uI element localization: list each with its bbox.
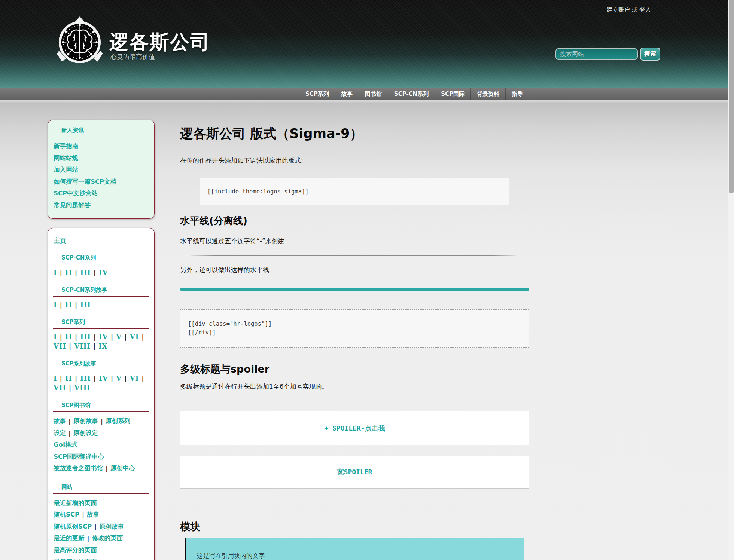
sidebar-series-link[interactable]: VII [54, 384, 66, 392]
sidebar-row: 新手指南 [54, 140, 150, 152]
sidebar-series-link[interactable]: V [116, 333, 122, 341]
sidebar: 新人资讯 新手指南网站站规加入网站如何撰写一篇SCP文档SCP中文沙盒站常见问题… [48, 101, 155, 560]
sidebar-link[interactable]: 加入网站 [54, 166, 78, 173]
wide-spoiler-collapsible[interactable]: 宽SPOILER [180, 456, 529, 489]
sidebar-series-link[interactable]: VIII [74, 384, 90, 392]
sidebar-link[interactable]: SCP中文沙盒站 [54, 190, 98, 197]
sidebar-series-link[interactable]: II [65, 269, 72, 276]
sidebar-series-link[interactable]: II [65, 374, 72, 382]
sidebar-series-link[interactable]: II [65, 301, 72, 309]
sidebar-link[interactable]: 最低评分的页面 [54, 558, 97, 560]
sidebar-link[interactable]: 原创设定 [73, 429, 98, 437]
separator: | [72, 374, 80, 382]
login-link[interactable]: 登入 [639, 6, 651, 13]
sidebar-row: 最近的更新|修改的页面 [54, 532, 150, 544]
hr-paragraph-2: 另外，还可以做出这样的水平线 [180, 265, 529, 274]
sidebar-section-header: 新人资讯 [53, 127, 149, 137]
sidebar-section-header: SCP系列 [53, 319, 149, 329]
spoiler-label: 宽SPOILER [337, 468, 372, 477]
nav-item-1[interactable]: SCP系列 [299, 88, 335, 100]
site-logo[interactable] [55, 16, 105, 67]
sidebar-row: 设定|原创设定 [54, 427, 150, 439]
sidebar-link[interactable]: 最近的更新 [54, 535, 85, 542]
sidebar-link[interactable]: 原创系列 [106, 417, 130, 425]
sidebar-series-link[interactable]: VI [130, 333, 139, 341]
sidebar-series-link[interactable]: III [80, 374, 91, 382]
separator: | [72, 301, 80, 309]
sidebar-link[interactable]: 最高评分的页面 [54, 547, 97, 554]
sidebar-link[interactable]: SCP国际翻译中心 [54, 453, 104, 460]
scrollbar[interactable] [728, 0, 734, 560]
sidebar-section-list: I|II|III|IV|V|VI|VII|VIII|IX [52, 332, 150, 351]
nav-item-6[interactable]: 背景资料 [470, 88, 505, 100]
sidebar-link[interactable]: 原创故事 [99, 523, 124, 530]
sidebar-series-link[interactable]: II [65, 333, 72, 341]
sidebar-link[interactable]: 随机SCP [54, 511, 79, 518]
sidebar-row: 如何撰写一篇SCP文档 [54, 176, 150, 188]
sidebar-link[interactable]: 设定 [54, 429, 66, 437]
sidebar-series-link[interactable]: III [80, 333, 91, 341]
sidebar-series-link[interactable]: VIII [74, 342, 90, 350]
separator: | [72, 333, 80, 341]
sidebar-series-link[interactable]: VII [54, 342, 66, 350]
sidebar-newcomer-box: 新人资讯 新手指南网站站规加入网站如何撰写一篇SCP文档SCP中文沙盒站常见问题… [48, 120, 155, 219]
module-blockquote: 这是写在引用块内的文字 [185, 538, 524, 560]
sidebar-roman-row: I|II|III|IV|V|VI| [54, 332, 150, 342]
sidebar-roman-row: I|II|III [54, 300, 150, 309]
sidebar-link[interactable]: 修改的页面 [92, 535, 123, 542]
sidebar-series-link[interactable]: IV [99, 269, 108, 276]
search-button[interactable]: 搜索 [640, 48, 660, 61]
sidebar-link[interactable]: 随机原创SCP [54, 523, 92, 530]
sidebar-link[interactable]: GoI格式 [54, 441, 77, 448]
sidebar-series-link[interactable]: IV [99, 333, 108, 341]
sidebar-link[interactable]: 原创中心 [110, 465, 135, 472]
sidebar-series-link[interactable]: III [80, 269, 91, 276]
sidebar-link[interactable]: 网站站规 [54, 154, 78, 162]
sidebar-section-list: I|II|III|IV|V|VI|VII|VIII [52, 374, 150, 392]
sidebar-series-link[interactable]: VI [130, 374, 139, 382]
example-teal-hr [180, 288, 529, 291]
nav-item-7[interactable]: 指导 [505, 88, 529, 100]
sidebar-series-link[interactable]: IX [98, 342, 107, 350]
sidebar-row: GoI格式 [54, 439, 150, 451]
spoiler-label: + SPOILER-点击我 [324, 424, 385, 433]
sidebar-link[interactable]: 最近新增的页面 [54, 499, 97, 507]
spoiler-collapsible[interactable]: + SPOILER-点击我 [180, 411, 529, 445]
sidebar-series-link[interactable]: I [54, 269, 57, 276]
sidebar-link[interactable]: 故事 [54, 417, 66, 425]
sidebar-section-header: SCP系列故事 [53, 360, 149, 370]
nav-item-2[interactable]: 故事 [335, 88, 359, 100]
nav-item-4[interactable]: SCP-CN系列 [388, 88, 435, 100]
sidebar-roman-row: I|II|III|IV [54, 268, 150, 277]
sidebar-series-link[interactable]: I [54, 333, 57, 341]
sidebar-link[interactable]: 如何撰写一篇SCP文档 [54, 178, 116, 185]
search-input[interactable] [555, 48, 638, 60]
sidebar-link[interactable]: 故事 [87, 511, 99, 518]
top-navbar: SCP系列故事图书馆SCP-CN系列SCP国际背景资料指导 [0, 88, 728, 101]
separator: | [57, 374, 65, 382]
sidebar-link[interactable]: 新手指南 [54, 143, 78, 150]
sidebar-series-link[interactable]: IV [99, 374, 108, 382]
heading-headers-spoiler: 多级标题与spoiler [180, 362, 529, 376]
sidebar-roman-row: VII|VIII|IX [54, 342, 150, 351]
separator: | [91, 374, 99, 382]
content-area: 新人资讯 新手指南网站站规加入网站如何撰写一篇SCP文档SCP中文沙盒站常见问题… [0, 101, 728, 560]
sidebar-item-home[interactable]: 主页 [54, 236, 66, 245]
create-account-link[interactable]: 建立账户 [607, 6, 630, 13]
sidebar-series-link[interactable]: I [54, 301, 57, 309]
sidebar-series-link[interactable]: V [116, 374, 122, 382]
nav-item-3[interactable]: 图书馆 [359, 88, 388, 100]
scrollbar-thumb[interactable] [729, 0, 734, 193]
sidebar-row: 最低评分的页面 [54, 556, 150, 560]
site-header: 建立账户 或 登入 [0, 0, 728, 88]
sidebar-series-link[interactable]: III [80, 301, 91, 309]
sidebar-series-link[interactable]: I [54, 374, 57, 382]
sidebar-link[interactable]: 常见问题解答 [54, 202, 91, 209]
sidebar-link[interactable]: 被放逐者之图书馆 [54, 465, 103, 472]
sidebar-link[interactable]: 原创故事 [73, 417, 98, 425]
site-title[interactable]: 逻各斯公司 [109, 29, 210, 55]
nav-item-5[interactable]: SCP国际 [435, 88, 470, 100]
sidebar-section-header: 网站 [53, 484, 149, 494]
separator: | [57, 301, 65, 309]
code-line: [[include theme:logos-sigma]] [207, 187, 502, 196]
